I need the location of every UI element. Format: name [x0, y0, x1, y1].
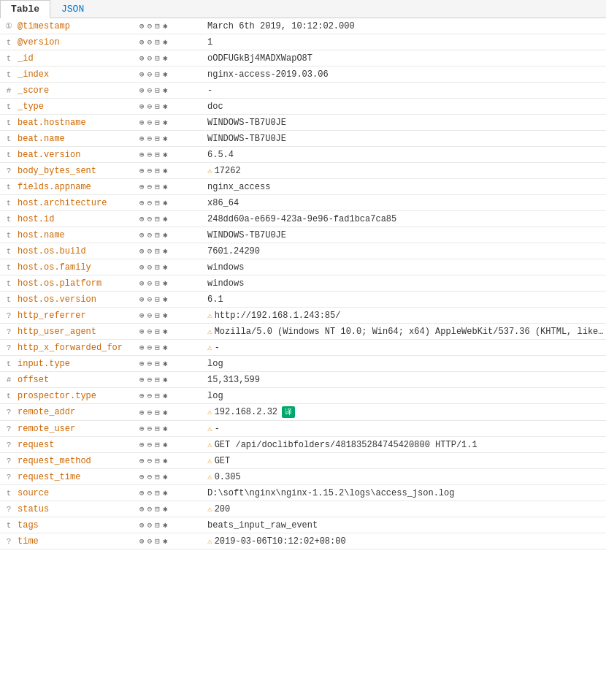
columns-icon[interactable]: ⊟	[154, 102, 161, 111]
star-icon[interactable]: ✱	[162, 69, 169, 79]
zoom-out-icon[interactable]: ⊖	[147, 182, 153, 191]
zoom-in-icon[interactable]: ⊕	[139, 424, 145, 433]
zoom-in-icon[interactable]: ⊕	[139, 440, 145, 449]
columns-icon[interactable]: ⊟	[154, 53, 161, 63]
zoom-in-icon[interactable]: ⊕	[139, 536, 145, 546]
star-icon[interactable]: ✱	[162, 214, 169, 224]
zoom-out-icon[interactable]: ⊖	[147, 424, 153, 433]
zoom-out-icon[interactable]: ⊖	[147, 375, 153, 384]
zoom-in-icon[interactable]: ⊕	[139, 118, 145, 127]
zoom-in-icon[interactable]: ⊕	[139, 472, 145, 482]
columns-icon[interactable]: ⊟	[154, 278, 161, 288]
columns-icon[interactable]: ⊟	[154, 456, 161, 465]
zoom-out-icon[interactable]: ⊖	[147, 69, 153, 79]
star-icon[interactable]: ✱	[162, 536, 169, 546]
star-icon[interactable]: ✱	[162, 375, 169, 384]
zoom-in-icon[interactable]: ⊕	[139, 214, 145, 224]
star-icon[interactable]: ✱	[162, 150, 169, 159]
star-icon[interactable]: ✱	[162, 102, 169, 111]
columns-icon[interactable]: ⊟	[154, 472, 161, 482]
zoom-out-icon[interactable]: ⊖	[147, 53, 153, 63]
zoom-out-icon[interactable]: ⊖	[147, 150, 153, 159]
tab-json[interactable]: JSON	[50, 0, 95, 18]
zoom-in-icon[interactable]: ⊕	[139, 230, 145, 240]
zoom-in-icon[interactable]: ⊕	[139, 102, 145, 111]
zoom-out-icon[interactable]: ⊖	[147, 456, 153, 465]
star-icon[interactable]: ✱	[162, 118, 169, 127]
star-icon[interactable]: ✱	[162, 504, 169, 514]
columns-icon[interactable]: ⊟	[154, 440, 161, 449]
star-icon[interactable]: ✱	[162, 134, 169, 143]
zoom-out-icon[interactable]: ⊖	[147, 85, 153, 95]
columns-icon[interactable]: ⊟	[154, 21, 161, 31]
tab-table[interactable]: Table	[0, 0, 50, 18]
zoom-out-icon[interactable]: ⊖	[147, 102, 153, 111]
zoom-out-icon[interactable]: ⊖	[147, 504, 153, 514]
zoom-out-icon[interactable]: ⊖	[147, 343, 153, 352]
star-icon[interactable]: ✱	[162, 182, 169, 191]
star-icon[interactable]: ✱	[162, 278, 169, 288]
zoom-in-icon[interactable]: ⊕	[139, 327, 145, 336]
zoom-in-icon[interactable]: ⊕	[139, 53, 145, 63]
star-icon[interactable]: ✱	[162, 166, 169, 175]
columns-icon[interactable]: ⊟	[154, 246, 161, 256]
columns-icon[interactable]: ⊟	[154, 520, 161, 530]
star-icon[interactable]: ✱	[162, 488, 169, 498]
star-icon[interactable]: ✱	[162, 456, 169, 465]
zoom-in-icon[interactable]: ⊕	[139, 69, 145, 79]
zoom-in-icon[interactable]: ⊕	[139, 294, 145, 304]
star-icon[interactable]: ✱	[162, 246, 169, 256]
columns-icon[interactable]: ⊟	[154, 230, 161, 240]
zoom-in-icon[interactable]: ⊕	[139, 21, 145, 31]
zoom-in-icon[interactable]: ⊕	[139, 359, 145, 368]
columns-icon[interactable]: ⊟	[154, 536, 161, 546]
columns-icon[interactable]: ⊟	[154, 150, 161, 159]
columns-icon[interactable]: ⊟	[154, 408, 161, 417]
columns-icon[interactable]: ⊟	[154, 118, 161, 127]
zoom-in-icon[interactable]: ⊕	[139, 198, 145, 208]
zoom-out-icon[interactable]: ⊖	[147, 166, 153, 175]
zoom-in-icon[interactable]: ⊕	[139, 391, 145, 400]
star-icon[interactable]: ✱	[162, 230, 169, 240]
zoom-out-icon[interactable]: ⊖	[147, 294, 153, 304]
zoom-out-icon[interactable]: ⊖	[147, 262, 153, 272]
star-icon[interactable]: ✱	[162, 21, 169, 31]
star-icon[interactable]: ✱	[162, 311, 169, 320]
zoom-out-icon[interactable]: ⊖	[147, 214, 153, 224]
star-icon[interactable]: ✱	[162, 294, 169, 304]
columns-icon[interactable]: ⊟	[154, 85, 161, 95]
columns-icon[interactable]: ⊟	[154, 504, 161, 514]
zoom-out-icon[interactable]: ⊖	[147, 520, 153, 530]
zoom-in-icon[interactable]: ⊕	[139, 520, 145, 530]
zoom-in-icon[interactable]: ⊕	[139, 182, 145, 191]
zoom-in-icon[interactable]: ⊕	[139, 278, 145, 288]
zoom-in-icon[interactable]: ⊕	[139, 85, 145, 95]
star-icon[interactable]: ✱	[162, 53, 169, 63]
zoom-out-icon[interactable]: ⊖	[147, 359, 153, 368]
zoom-in-icon[interactable]: ⊕	[139, 504, 145, 514]
columns-icon[interactable]: ⊟	[154, 69, 161, 79]
columns-icon[interactable]: ⊟	[154, 327, 161, 336]
star-icon[interactable]: ✱	[162, 37, 169, 47]
zoom-out-icon[interactable]: ⊖	[147, 327, 153, 336]
columns-icon[interactable]: ⊟	[154, 311, 161, 320]
zoom-in-icon[interactable]: ⊕	[139, 408, 145, 417]
columns-icon[interactable]: ⊟	[154, 343, 161, 352]
zoom-in-icon[interactable]: ⊕	[139, 311, 145, 320]
zoom-in-icon[interactable]: ⊕	[139, 456, 145, 465]
zoom-in-icon[interactable]: ⊕	[139, 134, 145, 143]
zoom-out-icon[interactable]: ⊖	[147, 472, 153, 482]
zoom-in-icon[interactable]: ⊕	[139, 166, 145, 175]
columns-icon[interactable]: ⊟	[154, 359, 161, 368]
star-icon[interactable]: ✱	[162, 343, 169, 352]
columns-icon[interactable]: ⊟	[154, 166, 161, 175]
star-icon[interactable]: ✱	[162, 391, 169, 400]
columns-icon[interactable]: ⊟	[154, 37, 161, 47]
zoom-in-icon[interactable]: ⊕	[139, 262, 145, 272]
zoom-in-icon[interactable]: ⊕	[139, 488, 145, 498]
zoom-out-icon[interactable]: ⊖	[147, 408, 153, 417]
columns-icon[interactable]: ⊟	[154, 214, 161, 224]
star-icon[interactable]: ✱	[162, 520, 169, 530]
columns-icon[interactable]: ⊟	[154, 294, 161, 304]
star-icon[interactable]: ✱	[162, 408, 169, 417]
